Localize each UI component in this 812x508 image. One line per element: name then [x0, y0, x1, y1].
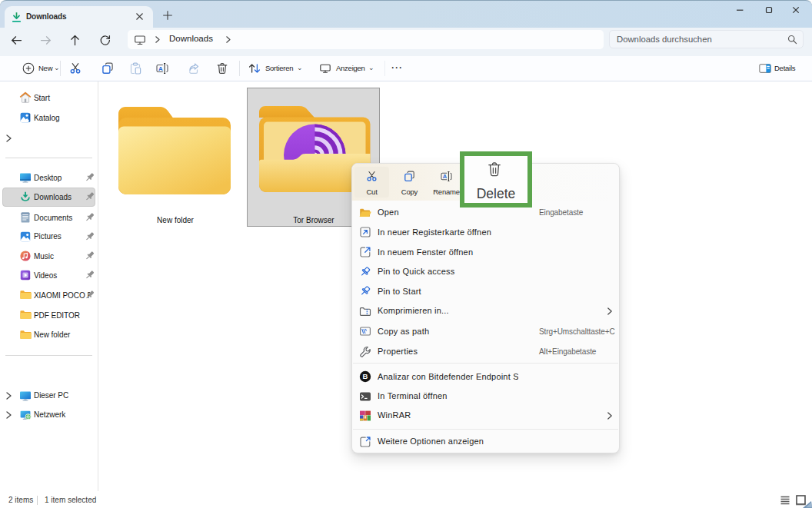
- svg-text:A: A: [443, 173, 448, 180]
- svg-text:B: B: [363, 372, 368, 380]
- svg-text:A: A: [158, 65, 163, 72]
